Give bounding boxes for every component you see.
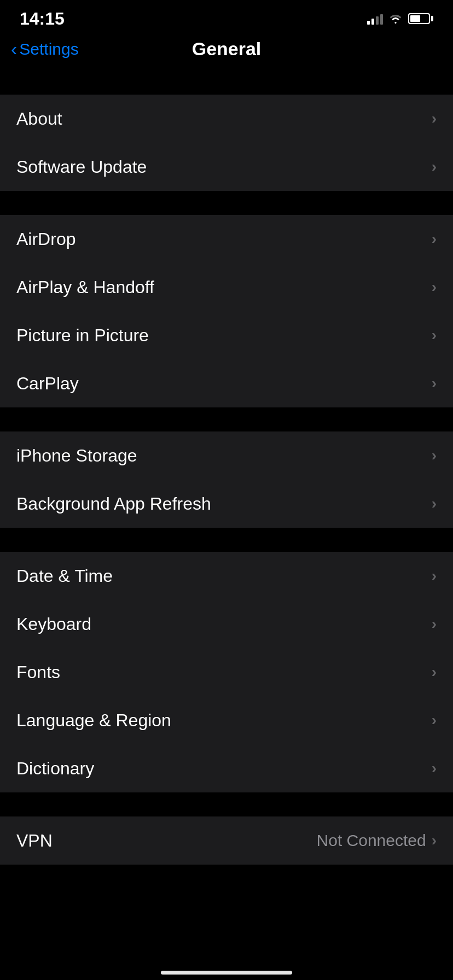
chevron-icon: › bbox=[432, 447, 437, 464]
keyboard-row[interactable]: Keyboard › bbox=[0, 600, 453, 648]
status-icons bbox=[367, 13, 433, 25]
airplay-handoff-label: AirPlay & Handoff bbox=[16, 277, 154, 298]
chevron-icon: › bbox=[432, 326, 437, 344]
picture-in-picture-label: Picture in Picture bbox=[16, 325, 149, 346]
date-time-row[interactable]: Date & Time › bbox=[0, 552, 453, 600]
chevron-icon: › bbox=[432, 760, 437, 777]
software-update-label: Software Update bbox=[16, 157, 147, 177]
fonts-row[interactable]: Fonts › bbox=[0, 648, 453, 696]
chevron-icon: › bbox=[432, 663, 437, 681]
iphone-storage-label: iPhone Storage bbox=[16, 446, 137, 466]
chevron-icon: › bbox=[432, 567, 437, 585]
airdrop-row[interactable]: AirDrop › bbox=[0, 215, 453, 263]
section-group-3: iPhone Storage › Background App Refresh … bbox=[0, 431, 453, 528]
section-group-4: Date & Time › Keyboard › Fonts › Languag… bbox=[0, 552, 453, 792]
signal-bars-icon bbox=[367, 13, 383, 25]
section-group-2: AirDrop › AirPlay & Handoff › Picture in… bbox=[0, 215, 453, 407]
language-region-label: Language & Region bbox=[16, 710, 171, 731]
vpn-section: VPN Not Connected › bbox=[0, 816, 453, 865]
language-region-row[interactable]: Language & Region › bbox=[0, 696, 453, 744]
chevron-icon: › bbox=[432, 711, 437, 729]
page-title: General bbox=[192, 38, 262, 60]
section-gap-5 bbox=[0, 792, 453, 816]
section-gap-1 bbox=[0, 71, 453, 95]
back-chevron-icon: ‹ bbox=[11, 39, 17, 58]
section-group-1: About › Software Update › bbox=[0, 95, 453, 191]
section-gap-4 bbox=[0, 528, 453, 552]
date-time-label: Date & Time bbox=[16, 566, 113, 586]
wifi-icon bbox=[388, 13, 403, 24]
keyboard-label: Keyboard bbox=[16, 614, 91, 634]
fonts-label: Fonts bbox=[16, 662, 60, 682]
chevron-icon: › bbox=[432, 158, 437, 176]
back-label: Settings bbox=[19, 40, 78, 59]
background-app-refresh-label: Background App Refresh bbox=[16, 494, 211, 514]
about-label: About bbox=[16, 109, 62, 129]
status-time: 14:15 bbox=[20, 9, 65, 29]
chevron-icon: › bbox=[432, 495, 437, 512]
battery-icon bbox=[408, 13, 433, 24]
chevron-icon: › bbox=[432, 278, 437, 296]
back-button[interactable]: ‹ Settings bbox=[11, 40, 79, 59]
vpn-label: VPN bbox=[16, 831, 53, 851]
carplay-row[interactable]: CarPlay › bbox=[0, 359, 453, 407]
home-indicator bbox=[161, 971, 292, 975]
software-update-row[interactable]: Software Update › bbox=[0, 143, 453, 191]
section-gap-3 bbox=[0, 407, 453, 431]
vpn-chevron-icon: › bbox=[432, 832, 437, 849]
chevron-icon: › bbox=[432, 230, 437, 248]
dictionary-label: Dictionary bbox=[16, 759, 94, 779]
airdrop-label: AirDrop bbox=[16, 229, 76, 249]
iphone-storage-row[interactable]: iPhone Storage › bbox=[0, 431, 453, 480]
dictionary-row[interactable]: Dictionary › bbox=[0, 744, 453, 792]
picture-in-picture-row[interactable]: Picture in Picture › bbox=[0, 311, 453, 359]
chevron-icon: › bbox=[432, 110, 437, 127]
vpn-value: Not Connected bbox=[317, 831, 426, 850]
nav-bar: ‹ Settings General bbox=[0, 33, 453, 71]
status-bar: 14:15 bbox=[0, 0, 453, 33]
about-row[interactable]: About › bbox=[0, 95, 453, 143]
vpn-row[interactable]: VPN Not Connected › bbox=[0, 816, 453, 865]
chevron-icon: › bbox=[432, 375, 437, 392]
section-gap-2 bbox=[0, 191, 453, 215]
airplay-handoff-row[interactable]: AirPlay & Handoff › bbox=[0, 263, 453, 311]
carplay-label: CarPlay bbox=[16, 374, 79, 394]
background-app-refresh-row[interactable]: Background App Refresh › bbox=[0, 480, 453, 528]
chevron-icon: › bbox=[432, 615, 437, 633]
